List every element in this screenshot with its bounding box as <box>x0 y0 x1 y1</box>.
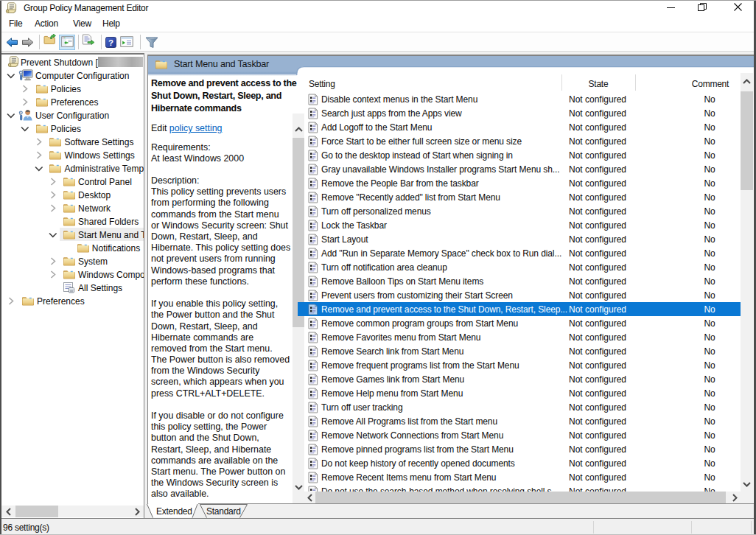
svg-text:?: ? <box>108 38 113 47</box>
